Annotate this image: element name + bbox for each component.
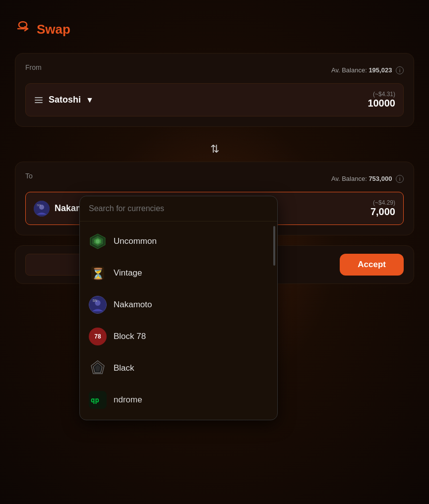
black-crystal-icon bbox=[89, 359, 107, 377]
currency-dropdown: Uncommon ⏳ Vintage bbox=[79, 196, 278, 420]
to-usd-value: (~$4.29) bbox=[370, 199, 395, 206]
accept-button[interactable]: Accept bbox=[340, 254, 404, 276]
from-label: From bbox=[25, 63, 42, 71]
header: Swap bbox=[15, 20, 414, 39]
search-container bbox=[80, 196, 277, 222]
svg-text:⏳: ⏳ bbox=[91, 267, 105, 280]
item-uncommon-label: Uncommon bbox=[114, 236, 157, 246]
item-black-label: Black bbox=[114, 363, 134, 373]
slippage-selector[interactable] bbox=[25, 254, 85, 276]
list-item[interactable]: Uncommon bbox=[80, 225, 277, 257]
to-balance-label: Av. Balance: bbox=[331, 175, 367, 182]
from-chevron-icon: ▼ bbox=[86, 96, 94, 105]
swap-arrows-button[interactable]: ⇅ bbox=[210, 143, 219, 156]
scrollbar[interactable] bbox=[273, 226, 275, 266]
nakamoto-avatar: SN bbox=[34, 201, 50, 217]
satoshi-icon bbox=[34, 96, 44, 104]
from-balance-row: From Av. Balance: 195,023 i bbox=[25, 63, 404, 77]
from-currency-right: (~$4.31) 10000 bbox=[368, 91, 395, 109]
item-vintage-label: Vintage bbox=[114, 268, 142, 278]
from-amount: 10000 bbox=[368, 98, 395, 109]
search-input[interactable] bbox=[89, 204, 268, 213]
to-amount: 7,000 bbox=[370, 206, 395, 218]
svg-point-6 bbox=[96, 239, 100, 243]
dropdown-list: Uncommon ⏳ Vintage bbox=[80, 222, 277, 420]
to-balance: Av. Balance: 753,000 i bbox=[331, 175, 404, 183]
item-block78-label: Block 78 bbox=[114, 332, 146, 341]
to-label: To bbox=[25, 172, 33, 180]
from-currency-selector[interactable]: Satoshi ▼ (~$4.31) 10000 bbox=[25, 83, 404, 116]
to-info-icon[interactable]: i bbox=[396, 175, 404, 183]
item-nakamoto-label: Nakamoto bbox=[114, 300, 152, 310]
nakamoto-dropdown-icon: SN bbox=[89, 296, 107, 314]
to-balance-row: To Av. Balance: 753,000 i bbox=[25, 172, 404, 186]
from-card: From Av. Balance: 195,023 i Satoshi ▼ (~… bbox=[15, 53, 414, 127]
list-item[interactable]: 78 Block 78 bbox=[80, 321, 277, 352]
item-ndrome-label: ndrome bbox=[114, 395, 142, 405]
from-balance: Av. Balance: 195,023 i bbox=[331, 66, 404, 75]
to-balance-number: 753,000 bbox=[368, 175, 392, 182]
vintage-icon: ⏳ bbox=[89, 264, 107, 282]
page-container: Swap From Av. Balance: 195,023 i Satoshi… bbox=[0, 0, 429, 504]
qp-icon: qp bbox=[89, 391, 107, 409]
swap-arrow-container: ⇅ bbox=[15, 137, 414, 162]
uncommon-icon bbox=[89, 232, 107, 250]
from-currency-name: Satoshi bbox=[49, 95, 81, 105]
from-currency-left: Satoshi ▼ bbox=[34, 95, 94, 105]
list-item[interactable]: SN Nakamoto bbox=[80, 289, 277, 321]
block78-icon: 78 bbox=[89, 328, 107, 345]
to-currency-right: (~$4.29) 7,000 bbox=[370, 199, 395, 218]
list-item[interactable]: Black bbox=[80, 352, 277, 384]
from-balance-number: 195,023 bbox=[368, 66, 392, 74]
svg-text:SN: SN bbox=[93, 299, 97, 302]
svg-text:SN: SN bbox=[37, 204, 41, 207]
svg-text:qp: qp bbox=[91, 396, 99, 404]
from-info-icon[interactable]: i bbox=[396, 66, 404, 74]
list-item[interactable]: ⏳ Vintage bbox=[80, 257, 277, 289]
from-usd-value: (~$4.31) bbox=[368, 91, 395, 98]
list-item[interactable]: qp ndrome bbox=[80, 384, 277, 416]
page-title: Swap bbox=[37, 22, 70, 37]
from-balance-label: Av. Balance: bbox=[331, 66, 367, 74]
swap-icon bbox=[15, 20, 31, 39]
